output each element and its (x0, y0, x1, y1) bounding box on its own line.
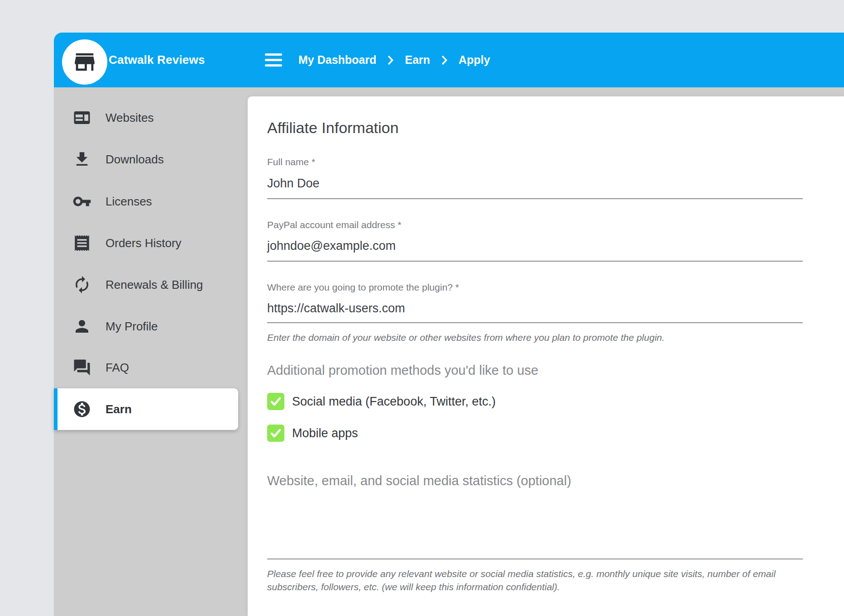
checkbox-row-social-media[interactable]: Social media (Facebook, Twitter, etc.) (267, 393, 496, 410)
storefront-icon (72, 49, 98, 75)
main-panel: Affiliate Information Full name * John D… (248, 96, 844, 616)
brand-title: Catwalk Reviews (109, 33, 205, 87)
checkmark-icon (270, 427, 282, 439)
sidebar-item-label: Earn (106, 402, 132, 416)
checkbox-row-mobile-apps[interactable]: Mobile apps (267, 425, 358, 442)
sidebar: Websites Downloads Licenses Orders Histo… (54, 87, 248, 616)
sidebar-item-label: Downloads (106, 153, 164, 167)
chevron-right-icon (441, 55, 447, 65)
hamburger-menu-icon[interactable] (265, 33, 282, 87)
sidebar-item-label: Licenses (106, 195, 152, 209)
receipt-icon (72, 234, 91, 253)
sidebar-item-label: Renewals & Billing (106, 278, 203, 292)
sidebar-item-label: Websites (106, 111, 153, 125)
breadcrumb-my-dashboard[interactable]: My Dashboard (298, 53, 376, 67)
full-name-label: Full name * (267, 156, 315, 167)
sidebar-item-label: My Profile (106, 320, 158, 334)
browser-window-icon (72, 108, 91, 127)
sidebar-item-licenses[interactable]: Licenses (54, 181, 248, 222)
person-icon (72, 317, 91, 336)
app-header: Catwalk Reviews My Dashboard Earn Apply (54, 33, 844, 87)
sidebar-item-label: FAQ (106, 361, 129, 375)
sidebar-item-renewals-billing[interactable]: Renewals & Billing (54, 264, 248, 306)
page-title: Affiliate Information (267, 119, 398, 137)
paypal-email-label: PayPal account email address * (267, 219, 402, 230)
stats-help-text: Please feel free to provide any relevant… (267, 567, 810, 593)
sidebar-item-faq[interactable]: FAQ (54, 347, 248, 388)
breadcrumb-apply[interactable]: Apply (459, 53, 490, 67)
sidebar-item-my-profile[interactable]: My Profile (54, 306, 248, 347)
promote-url-help-text: Enter the domain of your website or othe… (267, 331, 810, 344)
sidebar-item-downloads[interactable]: Downloads (54, 138, 248, 180)
brand-logo (62, 39, 107, 85)
promote-url-input[interactable]: https://catwalk-users.com (267, 301, 803, 323)
dollar-circle-icon (72, 400, 91, 419)
checkbox-label: Mobile apps (292, 426, 358, 440)
chevron-right-icon (388, 55, 393, 65)
stats-heading: Website, email, and social media statist… (267, 473, 571, 488)
checkmark-icon (270, 396, 282, 407)
renew-cycle-icon (72, 275, 91, 294)
paypal-email-input[interactable]: johndoe@example.com (267, 239, 803, 262)
download-icon (72, 150, 91, 169)
chat-bubbles-icon (72, 358, 91, 377)
promote-url-label: Where are you going to promote the plugi… (267, 282, 459, 293)
breadcrumb: My Dashboard Earn Apply (298, 33, 490, 87)
content-background: Websites Downloads Licenses Orders Histo… (54, 87, 844, 616)
full-name-input[interactable]: John Doe (267, 176, 803, 199)
sidebar-item-orders-history[interactable]: Orders History (54, 222, 248, 264)
breadcrumb-earn[interactable]: Earn (405, 53, 430, 67)
sidebar-item-websites[interactable]: Websites (54, 97, 248, 138)
stats-textarea[interactable] (267, 492, 803, 559)
checkbox-label: Social media (Facebook, Twitter, etc.) (292, 395, 496, 409)
key-icon (72, 192, 91, 211)
promo-methods-heading: Additional promotion methods you'd like … (267, 363, 538, 378)
sidebar-item-label: Orders History (106, 236, 182, 250)
social-media-checkbox[interactable] (267, 393, 284, 410)
sidebar-item-earn[interactable]: Earn (54, 388, 238, 430)
mobile-apps-checkbox[interactable] (267, 425, 284, 442)
